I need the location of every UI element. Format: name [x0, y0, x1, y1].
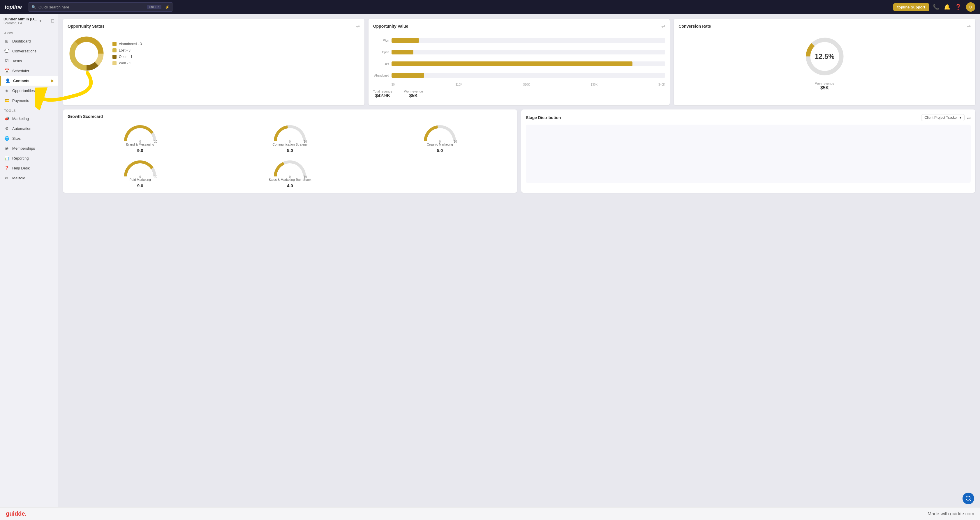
x-axis: $0 $10K $20K $30K $40K	[373, 83, 665, 86]
sidebar-item-payments[interactable]: 💳 Payments	[0, 95, 58, 105]
bar-fill	[391, 73, 425, 78]
main-content: Opportunity Status ⇌	[58, 14, 980, 520]
sidebar-item-contacts[interactable]: 👤 Contacts ▶	[0, 76, 58, 86]
guidde-footer: guidde. Made with guidde.com	[0, 507, 980, 520]
chevron-down-icon: ▾	[959, 116, 961, 120]
scorecard-value: 5.0	[437, 148, 443, 153]
scorecard-paid: 0 10 Paid Marketing 9.0	[68, 157, 213, 188]
sidebar-item-label: Contacts	[13, 79, 29, 83]
scorecard-label: Sales & Marketing Tech Stack	[269, 178, 312, 181]
scorecard-brand: 0 10 Brand & Messaging 9.0	[68, 122, 213, 153]
filter-icon[interactable]: ⇌	[356, 23, 360, 29]
sidebar-item-opportunities[interactable]: ◈ Opportunities	[0, 86, 58, 95]
lightning-icon: ⚡	[165, 5, 170, 10]
guidde-logo: guidde.	[6, 510, 27, 517]
help-icon[interactable]: ❓	[955, 4, 961, 10]
x-label: $10K	[456, 83, 462, 86]
legend-label: Lost - 3	[119, 48, 130, 52]
legend-abandoned: Abandoned - 3	[113, 42, 142, 46]
sidebar: Dunder Mifflin [D... Scranton, PA ▾ ⊟ Ap…	[0, 14, 58, 520]
sidebar-item-mailfold[interactable]: ✉ Mailfold	[0, 173, 58, 183]
gauge-svg: 0 10	[123, 122, 158, 143]
bar-fill	[391, 62, 632, 66]
reporting-icon: 📊	[4, 155, 10, 161]
card-title: Stage Distribution	[526, 115, 561, 120]
legend-dot	[113, 61, 116, 65]
card-header: Growth Scorecard	[68, 114, 512, 119]
pipeline-selector[interactable]: Client Project Tracker ▾	[921, 114, 964, 121]
sidebar-item-memberships[interactable]: ◉ Memberships	[0, 143, 58, 153]
filter-icon[interactable]: ⇌	[967, 115, 970, 120]
sidebar-item-helpdesk[interactable]: ❓ Help Desk	[0, 163, 58, 173]
apps-section-label: Apps	[0, 28, 58, 36]
svg-text:0: 0	[289, 175, 291, 178]
won-revenue-value: $5K	[815, 85, 834, 90]
bar-fill	[391, 50, 414, 54]
sidebar-item-label: Marketing	[12, 116, 29, 121]
svg-text:0: 0	[439, 140, 441, 143]
sidebar-item-dashboard[interactable]: ⊞ Dashboard	[0, 36, 58, 46]
legend-label: Won - 1	[119, 61, 131, 65]
scorecard-comm: 0 10 Communication Strategy 5.0	[217, 122, 363, 153]
phone-icon[interactable]: 📞	[933, 4, 939, 10]
guidde-tagline: Made with guidde.com	[928, 511, 974, 517]
search-bar[interactable]: 🔍 Quick search here Ctrl + K ⚡	[28, 2, 173, 12]
chat-icon[interactable]	[963, 493, 974, 504]
filter-icon[interactable]: ⇌	[967, 23, 970, 29]
won-revenue: Won revenue $5K	[404, 90, 423, 98]
svg-text:10: 10	[154, 140, 158, 143]
bar-fill	[391, 38, 419, 43]
scorecard-label: Organic Marketing	[427, 143, 453, 146]
sidebar-item-reporting[interactable]: 📊 Reporting	[0, 153, 58, 163]
stage-distribution-card: Stage Distribution Client Project Tracke…	[521, 109, 975, 193]
sidebar-item-marketing[interactable]: 📣 Marketing	[0, 114, 58, 124]
layout-icon[interactable]: ⊟	[51, 18, 54, 24]
sidebar-item-tasks[interactable]: ☑ Tasks	[0, 56, 58, 66]
sidebar-item-sites[interactable]: 🌐 Sites	[0, 133, 58, 143]
sidebar-item-label: Help Desk	[12, 166, 30, 170]
workspace-sub: Scranton, PA	[3, 21, 37, 25]
helpdesk-icon: ❓	[4, 165, 10, 171]
sites-icon: 🌐	[4, 136, 10, 141]
tasks-icon: ☑	[4, 58, 10, 63]
x-label: $30K	[591, 83, 598, 86]
bar-label: Open	[373, 51, 389, 54]
top-navigation: topline 🔍 Quick search here Ctrl + K ⚡ t…	[0, 0, 980, 14]
scorecard-grid: 0 10 Brand & Messaging 9.0 0 10	[68, 122, 512, 188]
bar-chart-area: Won Open Lost	[373, 35, 665, 81]
stage-header: Stage Distribution Client Project Tracke…	[526, 114, 970, 121]
sidebar-item-conversations[interactable]: 💬 Conversations	[0, 46, 58, 56]
svg-line-18	[969, 499, 970, 501]
sidebar-item-scheduler[interactable]: 📅 Scheduler	[0, 66, 58, 76]
sidebar-item-label: Scheduler	[12, 69, 29, 73]
bell-icon[interactable]: 🔔	[944, 4, 950, 10]
bar-track	[391, 38, 665, 43]
app-layout: Dunder Mifflin [D... Scranton, PA ▾ ⊟ Ap…	[0, 0, 980, 520]
bar-chart-container: Won Open Lost	[373, 32, 665, 101]
bar-track	[391, 50, 665, 54]
filter-icon[interactable]: ⇌	[661, 23, 665, 29]
active-indicator: ▶	[51, 78, 54, 83]
won-revenue-label: Won revenue	[815, 82, 834, 85]
dashboard-icon: ⊞	[4, 38, 10, 44]
legend-dot	[113, 48, 116, 52]
avatar[interactable]: U	[966, 2, 975, 12]
guidde-logo-text: guidde.	[6, 510, 27, 517]
total-revenue-label: Total revenue	[373, 90, 392, 93]
won-revenue-stat: Won revenue $5K	[815, 82, 834, 90]
sidebar-item-automation[interactable]: ⚙ Automation	[0, 124, 58, 133]
sidebar-item-label: Reporting	[12, 156, 29, 160]
card-title: Conversion Rate	[678, 24, 711, 29]
donut-legend: Abandoned - 3 Lost - 3 Open - 1 Won	[113, 42, 142, 65]
card-title: Opportunity Status	[68, 24, 105, 29]
bar-track	[391, 62, 665, 66]
legend-lost: Lost - 3	[113, 48, 142, 52]
workspace-selector[interactable]: Dunder Mifflin [D... Scranton, PA ▾ ⊟	[0, 14, 58, 28]
won-revenue-value: $5K	[404, 93, 423, 98]
dashboard-top-row: Opportunity Status ⇌	[63, 19, 975, 105]
x-label: $0	[391, 83, 395, 86]
opportunity-status-card: Opportunity Status ⇌	[63, 19, 364, 105]
support-button[interactable]: topline Support	[893, 3, 929, 11]
scorecard-label: Brand & Messaging	[126, 143, 154, 146]
total-revenue: Total revenue $42.9K	[373, 90, 392, 98]
